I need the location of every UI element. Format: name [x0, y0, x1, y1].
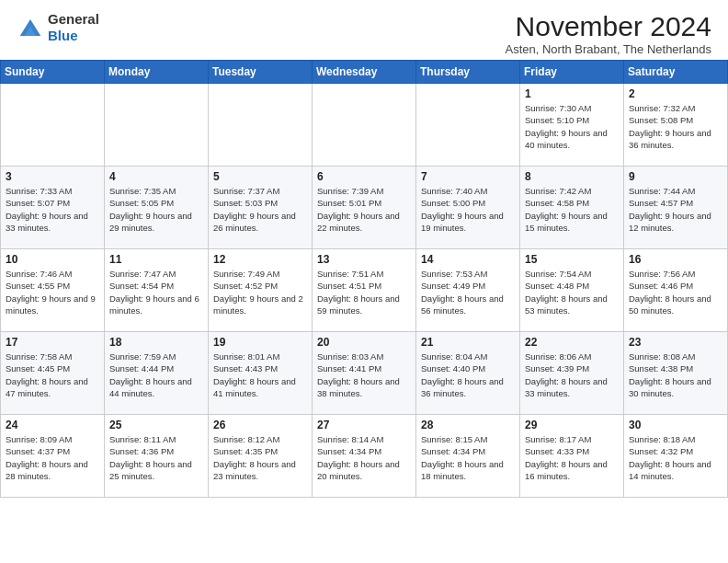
- calendar-cell: 18Sunrise: 7:59 AM Sunset: 4:44 PM Dayli…: [105, 332, 209, 415]
- calendar-week-row: 3Sunrise: 7:33 AM Sunset: 5:07 PM Daylig…: [1, 167, 728, 249]
- calendar-cell: 16Sunrise: 7:56 AM Sunset: 4:46 PM Dayli…: [624, 249, 728, 332]
- weekday-header-sunday: Sunday: [1, 61, 105, 84]
- weekday-header-tuesday: Tuesday: [209, 61, 313, 84]
- calendar-cell: 20Sunrise: 8:03 AM Sunset: 4:41 PM Dayli…: [313, 332, 416, 415]
- day-info: Sunrise: 7:32 AM Sunset: 5:08 PM Dayligh…: [629, 102, 722, 151]
- day-info: Sunrise: 7:47 AM Sunset: 4:54 PM Dayligh…: [109, 268, 203, 316]
- calendar-cell: 13Sunrise: 7:51 AM Sunset: 4:51 PM Dayli…: [313, 249, 416, 332]
- calendar-cell: 3Sunrise: 7:33 AM Sunset: 5:07 PM Daylig…: [1, 167, 105, 249]
- day-info: Sunrise: 7:37 AM Sunset: 5:03 PM Dayligh…: [213, 185, 307, 234]
- page-header: General Blue November 2024 Asten, North …: [0, 0, 728, 60]
- calendar-cell: 6Sunrise: 7:39 AM Sunset: 5:01 PM Daylig…: [313, 167, 416, 249]
- calendar-cell: [313, 84, 416, 167]
- calendar-cell: 7Sunrise: 7:40 AM Sunset: 5:00 PM Daylig…: [416, 167, 520, 249]
- day-info: Sunrise: 7:39 AM Sunset: 5:01 PM Dayligh…: [317, 185, 411, 234]
- calendar-cell: 27Sunrise: 8:14 AM Sunset: 4:34 PM Dayli…: [313, 415, 416, 498]
- day-number: 30: [629, 419, 722, 431]
- day-number: 21: [421, 336, 515, 349]
- day-info: Sunrise: 7:59 AM Sunset: 4:44 PM Dayligh…: [109, 350, 203, 399]
- calendar-cell: 30Sunrise: 8:18 AM Sunset: 4:32 PM Dayli…: [624, 415, 728, 498]
- day-info: Sunrise: 8:14 AM Sunset: 4:34 PM Dayligh…: [317, 433, 411, 482]
- calendar-cell: 14Sunrise: 7:53 AM Sunset: 4:49 PM Dayli…: [416, 249, 520, 332]
- calendar-cell: 29Sunrise: 8:17 AM Sunset: 4:33 PM Dayli…: [520, 415, 624, 498]
- day-info: Sunrise: 7:53 AM Sunset: 4:49 PM Dayligh…: [421, 268, 515, 316]
- calendar-cell: 25Sunrise: 8:11 AM Sunset: 4:36 PM Dayli…: [105, 415, 209, 498]
- calendar-cell: 28Sunrise: 8:15 AM Sunset: 4:34 PM Dayli…: [416, 415, 520, 498]
- day-number: 27: [317, 419, 411, 431]
- day-number: 25: [109, 419, 203, 431]
- calendar-cell: 11Sunrise: 7:47 AM Sunset: 4:54 PM Dayli…: [105, 249, 209, 332]
- calendar-cell: 23Sunrise: 8:08 AM Sunset: 4:38 PM Dayli…: [624, 332, 728, 415]
- day-info: Sunrise: 8:12 AM Sunset: 4:35 PM Dayligh…: [213, 433, 307, 482]
- calendar-table: SundayMondayTuesdayWednesdayThursdayFrid…: [0, 60, 728, 498]
- weekday-header-friday: Friday: [520, 61, 624, 84]
- logo-icon: [17, 14, 44, 41]
- calendar-cell: [1, 84, 105, 167]
- day-number: 26: [213, 419, 307, 431]
- day-info: Sunrise: 7:49 AM Sunset: 4:52 PM Dayligh…: [213, 268, 307, 316]
- calendar-cell: 2Sunrise: 7:32 AM Sunset: 5:08 PM Daylig…: [624, 84, 728, 167]
- calendar-cell: 15Sunrise: 7:54 AM Sunset: 4:48 PM Dayli…: [520, 249, 624, 332]
- weekday-header-wednesday: Wednesday: [313, 61, 416, 84]
- weekday-header-monday: Monday: [105, 61, 209, 84]
- day-info: Sunrise: 8:08 AM Sunset: 4:38 PM Dayligh…: [629, 350, 722, 399]
- day-number: 9: [629, 170, 722, 183]
- day-info: Sunrise: 8:01 AM Sunset: 4:43 PM Dayligh…: [213, 350, 307, 399]
- day-info: Sunrise: 7:40 AM Sunset: 5:00 PM Dayligh…: [421, 185, 515, 234]
- day-number: 24: [6, 419, 99, 431]
- day-number: 18: [109, 336, 203, 349]
- day-number: 19: [213, 336, 307, 349]
- title-block: November 2024 Asten, North Brabant, The …: [506, 11, 712, 56]
- location-subtitle: Asten, North Brabant, The Netherlands: [506, 42, 712, 56]
- calendar-cell: 5Sunrise: 7:37 AM Sunset: 5:03 PM Daylig…: [209, 167, 313, 249]
- day-info: Sunrise: 7:30 AM Sunset: 5:10 PM Dayligh…: [525, 102, 619, 151]
- day-number: 7: [421, 170, 515, 183]
- day-number: 3: [6, 170, 99, 183]
- day-number: 13: [317, 253, 411, 266]
- calendar-cell: 17Sunrise: 7:58 AM Sunset: 4:45 PM Dayli…: [1, 332, 105, 415]
- day-number: 11: [109, 253, 203, 266]
- calendar-week-row: 1Sunrise: 7:30 AM Sunset: 5:10 PM Daylig…: [1, 84, 728, 167]
- calendar-week-row: 17Sunrise: 7:58 AM Sunset: 4:45 PM Dayli…: [1, 332, 728, 415]
- calendar-cell: 1Sunrise: 7:30 AM Sunset: 5:10 PM Daylig…: [520, 84, 624, 167]
- day-info: Sunrise: 8:09 AM Sunset: 4:37 PM Dayligh…: [6, 433, 99, 482]
- calendar-cell: [105, 84, 209, 167]
- day-info: Sunrise: 7:33 AM Sunset: 5:07 PM Dayligh…: [6, 185, 99, 234]
- calendar-cell: [416, 84, 520, 167]
- day-number: 20: [317, 336, 411, 349]
- day-info: Sunrise: 8:15 AM Sunset: 4:34 PM Dayligh…: [421, 433, 515, 482]
- day-number: 2: [629, 87, 722, 100]
- calendar-cell: [209, 84, 313, 167]
- calendar-cell: 12Sunrise: 7:49 AM Sunset: 4:52 PM Dayli…: [209, 249, 313, 332]
- weekday-header-saturday: Saturday: [624, 61, 728, 84]
- day-number: 12: [213, 253, 307, 266]
- day-number: 14: [421, 253, 515, 266]
- day-info: Sunrise: 8:17 AM Sunset: 4:33 PM Dayligh…: [525, 433, 619, 482]
- day-number: 16: [629, 253, 722, 266]
- day-number: 10: [6, 253, 99, 266]
- day-number: 22: [525, 336, 619, 349]
- calendar-cell: 10Sunrise: 7:46 AM Sunset: 4:55 PM Dayli…: [1, 249, 105, 332]
- calendar-cell: 4Sunrise: 7:35 AM Sunset: 5:05 PM Daylig…: [105, 167, 209, 249]
- day-info: Sunrise: 7:44 AM Sunset: 4:57 PM Dayligh…: [629, 185, 722, 234]
- day-number: 8: [525, 170, 619, 183]
- weekday-header-thursday: Thursday: [416, 61, 520, 84]
- day-info: Sunrise: 8:04 AM Sunset: 4:40 PM Dayligh…: [421, 350, 515, 399]
- calendar-cell: 19Sunrise: 8:01 AM Sunset: 4:43 PM Dayli…: [209, 332, 313, 415]
- day-info: Sunrise: 7:56 AM Sunset: 4:46 PM Dayligh…: [629, 268, 722, 316]
- day-info: Sunrise: 7:42 AM Sunset: 4:58 PM Dayligh…: [525, 185, 619, 234]
- logo: General Blue: [17, 11, 99, 44]
- calendar-week-row: 24Sunrise: 8:09 AM Sunset: 4:37 PM Dayli…: [1, 415, 728, 498]
- day-number: 1: [525, 87, 619, 100]
- calendar-cell: 22Sunrise: 8:06 AM Sunset: 4:39 PM Dayli…: [520, 332, 624, 415]
- day-info: Sunrise: 7:46 AM Sunset: 4:55 PM Dayligh…: [6, 268, 99, 316]
- logo-text: General Blue: [48, 11, 99, 44]
- day-number: 15: [525, 253, 619, 266]
- day-info: Sunrise: 8:03 AM Sunset: 4:41 PM Dayligh…: [317, 350, 411, 399]
- day-info: Sunrise: 8:11 AM Sunset: 4:36 PM Dayligh…: [109, 433, 203, 482]
- day-number: 23: [629, 336, 722, 349]
- calendar-header-row: SundayMondayTuesdayWednesdayThursdayFrid…: [1, 61, 728, 84]
- calendar-cell: 26Sunrise: 8:12 AM Sunset: 4:35 PM Dayli…: [209, 415, 313, 498]
- day-number: 17: [6, 336, 99, 349]
- day-number: 5: [213, 170, 307, 183]
